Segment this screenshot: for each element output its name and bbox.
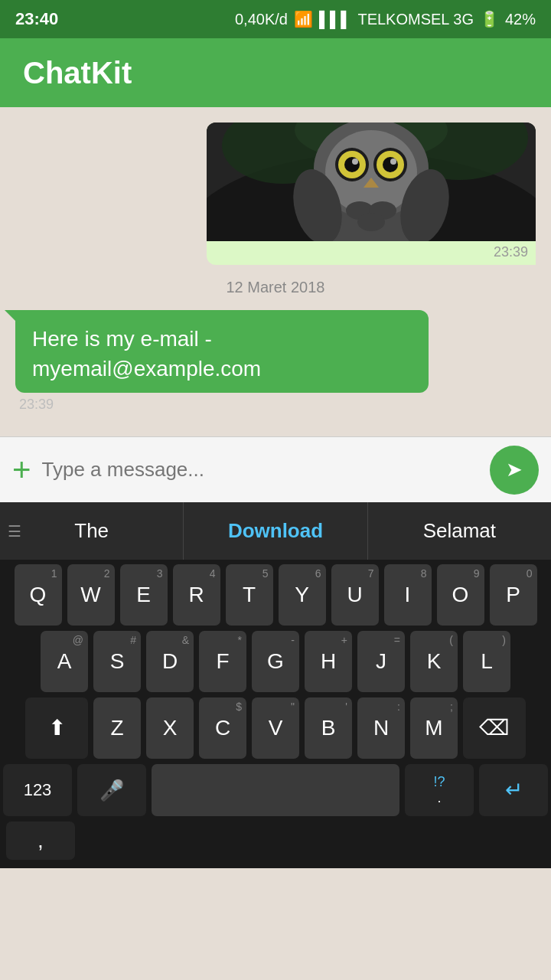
key-T[interactable]: 5 T bbox=[226, 564, 273, 626]
suggestion-download[interactable]: Download bbox=[184, 502, 367, 560]
key-G[interactable]: - G bbox=[252, 631, 299, 692]
svg-rect-24 bbox=[207, 122, 536, 241]
battery-icon: 🔋 bbox=[480, 10, 499, 28]
suggestions-row: ☰ The Download Selamat bbox=[0, 502, 551, 560]
key-H[interactable]: + H bbox=[305, 631, 352, 692]
message-input-bar: + ➤ bbox=[0, 437, 551, 502]
key-Q[interactable]: 1 Q bbox=[15, 564, 62, 626]
suggestion-selamat-text: Selamat bbox=[423, 519, 496, 543]
signal-icon: ▌▌▌ bbox=[319, 11, 352, 28]
key-row-3: ⬆ Z X $ C " V ' B : N bbox=[3, 697, 548, 759]
num-key[interactable]: 123 bbox=[3, 764, 72, 816]
key-P[interactable]: 0 P bbox=[490, 564, 537, 626]
add-button[interactable]: + bbox=[12, 454, 31, 486]
key-D[interactable]: & D bbox=[146, 631, 194, 692]
key-row-2: @ A # S & D * F - G + H bbox=[3, 631, 548, 692]
key-row-1: 1 Q 2 W 3 E 4 R 5 T 6 Y bbox=[3, 564, 548, 626]
key-M[interactable]: ; M bbox=[410, 697, 458, 759]
battery-level: 42% bbox=[505, 11, 536, 28]
message-input[interactable] bbox=[42, 458, 479, 482]
app-title: ChatKit bbox=[23, 56, 132, 90]
key-B[interactable]: ' B bbox=[305, 697, 352, 759]
punct-key[interactable]: !? . bbox=[405, 764, 474, 816]
key-I[interactable]: 8 I bbox=[384, 564, 432, 626]
status-bar: 23:40 0,40K/d 📶 ▌▌▌ TELKOMSEL 3G 🔋 42% bbox=[0, 0, 551, 38]
send-icon: ➤ bbox=[506, 458, 523, 482]
key-U[interactable]: 7 U bbox=[331, 564, 379, 626]
message-time: 23:39 bbox=[15, 397, 429, 413]
key-C[interactable]: $ C bbox=[199, 697, 246, 759]
key-W[interactable]: 2 W bbox=[67, 564, 115, 626]
key-X[interactable]: X bbox=[146, 697, 194, 759]
text-message-container: Here is my e-mail - myemail@example.com … bbox=[15, 310, 536, 413]
key-R[interactable]: 4 R bbox=[173, 564, 220, 626]
comma-key[interactable]: , bbox=[6, 822, 75, 860]
key-S[interactable]: # S bbox=[93, 631, 141, 692]
keyboard: ☰ The Download Selamat 1 Q 2 W 3 E bbox=[0, 502, 551, 868]
carrier-label: TELKOMSEL 3G bbox=[357, 11, 474, 28]
image-timestamp: 23:39 bbox=[207, 241, 536, 265]
key-row-bottom: , bbox=[3, 822, 548, 860]
date-separator: 12 Maret 2018 bbox=[15, 279, 536, 296]
menu-icon: ☰ bbox=[8, 522, 21, 541]
mic-icon: 🎤 bbox=[99, 779, 124, 802]
image-bubble[interactable]: 23:39 bbox=[207, 122, 536, 265]
key-E[interactable]: 3 E bbox=[120, 564, 168, 626]
status-right: 0,40K/d 📶 ▌▌▌ TELKOMSEL 3G 🔋 42% bbox=[235, 10, 536, 28]
shift-key[interactable]: ⬆ bbox=[25, 697, 88, 759]
key-J[interactable]: = J bbox=[357, 631, 405, 692]
key-A[interactable]: @ A bbox=[41, 631, 88, 692]
key-L[interactable]: ) L bbox=[463, 631, 510, 692]
owl-image bbox=[207, 122, 536, 241]
suggestion-the-text: The bbox=[74, 519, 109, 543]
chat-area: 23:39 12 Maret 2018 Here is my e-mail - … bbox=[0, 107, 551, 429]
message-bubble: Here is my e-mail - myemail@example.com bbox=[15, 310, 429, 393]
enter-key[interactable]: ↵ bbox=[479, 764, 548, 816]
send-button[interactable]: ➤ bbox=[490, 446, 539, 495]
key-F[interactable]: * F bbox=[199, 631, 246, 692]
message-text: Here is my e-mail - myemail@example.com bbox=[32, 327, 261, 381]
network-speed: 0,40K/d bbox=[235, 11, 288, 28]
status-time: 23:40 bbox=[15, 9, 58, 29]
app-bar: ChatKit bbox=[0, 38, 551, 107]
key-K[interactable]: ( K bbox=[410, 631, 458, 692]
image-message-container: 23:39 bbox=[15, 122, 536, 265]
suggestion-selamat[interactable]: Selamat bbox=[368, 502, 551, 560]
wifi-icon: 📶 bbox=[294, 10, 313, 28]
key-row-4: 123 🎤 !? . ↵ bbox=[3, 764, 548, 816]
backspace-key[interactable]: ⌫ bbox=[463, 697, 526, 759]
suggestion-download-text: Download bbox=[228, 519, 323, 543]
key-Z[interactable]: Z bbox=[93, 697, 141, 759]
space-key[interactable] bbox=[152, 764, 399, 816]
key-rows: 1 Q 2 W 3 E 4 R 5 T 6 Y bbox=[0, 560, 551, 868]
key-Y[interactable]: 6 Y bbox=[279, 564, 326, 626]
key-V[interactable]: " V bbox=[252, 697, 299, 759]
key-N[interactable]: : N bbox=[357, 697, 405, 759]
suggestion-the[interactable]: ☰ The bbox=[0, 502, 184, 560]
mic-key[interactable]: 🎤 bbox=[77, 764, 146, 816]
key-O[interactable]: 9 O bbox=[437, 564, 484, 626]
